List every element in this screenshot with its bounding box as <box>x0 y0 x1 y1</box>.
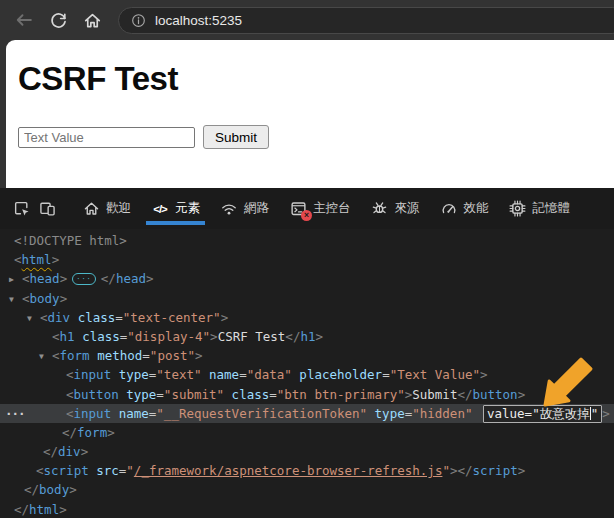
code-token: class <box>78 310 116 325</box>
code-token: "submit" <box>164 387 224 402</box>
code-token: > <box>518 463 526 478</box>
home-button[interactable] <box>78 6 106 34</box>
code-token <box>75 329 83 344</box>
code-token: > <box>60 271 68 286</box>
code-token: < <box>14 252 22 267</box>
collapse-arrow-icon[interactable]: ▼ <box>39 347 52 366</box>
code-line-selected[interactable]: ···<input name="__RequestVerificationTok… <box>0 404 614 423</box>
devtools-tab[interactable]: ×主控台 <box>279 188 361 229</box>
code-token: type <box>375 406 405 421</box>
code-token: "__RequestVerificationToken" <box>156 406 367 421</box>
collapse-arrow-icon[interactable]: ▼ <box>9 290 22 309</box>
devtools-panel: 歡迎</>元素網路×主控台來源效能記憶體 <!DOCTYPE html><htm… <box>0 188 614 518</box>
devtools-tab[interactable]: </>元素 <box>141 188 210 229</box>
tab-label: 來源 <box>395 200 420 217</box>
code-token: > <box>195 348 203 363</box>
submit-button[interactable]: Submit <box>203 125 269 149</box>
code-token: button <box>472 387 517 402</box>
code-line[interactable]: <html> <box>0 250 614 269</box>
back-arrow-icon <box>14 10 34 30</box>
code-token <box>202 367 210 382</box>
code-token: "data" <box>247 367 292 382</box>
code-token: < <box>66 406 74 421</box>
console-icon: × <box>289 200 307 217</box>
address-bar[interactable]: localhost:5235 <box>118 7 614 34</box>
code-token: > <box>59 502 67 517</box>
tab-label: 網路 <box>244 200 269 217</box>
refresh-icon <box>49 11 68 30</box>
attribute-edit-box[interactable]: value="故意改掉" <box>483 405 602 423</box>
collapsed-content-icon: ··· <box>72 273 96 285</box>
browser-toolbar: localhost:5235 <box>0 0 614 40</box>
site-info-icon[interactable] <box>131 13 146 28</box>
code-token: </ <box>101 271 116 286</box>
code-token <box>111 367 119 382</box>
code-token: type <box>126 387 156 402</box>
code-token: button <box>74 387 119 402</box>
code-line[interactable]: </body> <box>0 480 614 499</box>
code-token: > <box>146 271 154 286</box>
code-token: Submit <box>412 387 457 402</box>
code-token: > <box>107 425 115 440</box>
page-title: CSRF Test <box>18 61 602 97</box>
devtools-tab[interactable]: 網路 <box>210 188 279 229</box>
code-token: > <box>69 482 77 497</box>
code-token: form <box>60 348 90 363</box>
code-token: "text-center" <box>123 310 221 325</box>
code-token: <!DOCTYPE html> <box>14 233 127 248</box>
devtools-tab[interactable]: 來源 <box>361 188 430 229</box>
code-token: = <box>156 387 164 402</box>
code-line[interactable]: ▼<div class="text-center"> <box>0 308 614 327</box>
code-line[interactable]: ▼<body> <box>0 289 614 308</box>
code-token: = <box>142 348 150 363</box>
code-line[interactable]: ▼<form method="post"> <box>0 346 614 365</box>
code-token: < <box>66 387 74 402</box>
back-button[interactable] <box>10 6 38 34</box>
code-token: div <box>48 310 71 325</box>
chip-icon <box>509 200 527 217</box>
code-line[interactable]: </div> <box>0 442 614 461</box>
expand-arrow-icon[interactable]: ▶ <box>9 270 22 289</box>
code-line[interactable]: <input type="text" name="data" placehold… <box>0 365 614 384</box>
code-token: div <box>58 444 81 459</box>
code-token: < <box>22 291 30 306</box>
code-token: "hidden" <box>412 406 472 421</box>
code-line[interactable]: <h1 class="display-4">CSRF Test</h1> <box>0 327 614 346</box>
data-text-input[interactable] <box>18 127 195 148</box>
code-token: > <box>60 291 68 306</box>
code-token: head <box>30 271 60 286</box>
devtools-tab[interactable]: 歡迎 <box>72 188 141 229</box>
code-token: name <box>119 406 149 421</box>
code-token: </ <box>285 329 300 344</box>
code-token: class <box>82 329 120 344</box>
devtools-tab[interactable]: 效能 <box>430 188 499 229</box>
code-line[interactable]: <!DOCTYPE html> <box>0 231 614 250</box>
code-token: < <box>22 271 30 286</box>
url-text[interactable]: localhost:5235 <box>155 13 242 28</box>
code-token: < <box>36 463 44 478</box>
code-token: input <box>74 406 112 421</box>
code-line[interactable]: <button type="submit" class="btn btn-pri… <box>0 385 614 404</box>
inspect-element-icon[interactable] <box>8 196 34 222</box>
error-count-badge: × <box>301 210 312 221</box>
code-token: "display-4" <box>127 329 210 344</box>
code-line[interactable]: </html> <box>0 500 614 518</box>
code-line[interactable]: </form> <box>0 423 614 442</box>
collapse-arrow-icon[interactable]: ▼ <box>27 309 40 328</box>
tab-label: 歡迎 <box>106 200 131 217</box>
devtools-tabs: 歡迎</>元素網路×主控台來源效能記憶體 <box>72 188 610 229</box>
code-line[interactable]: <script src="/_framework/aspnetcore-brow… <box>0 461 614 480</box>
web-page: CSRF Test Submit <box>6 40 614 188</box>
code-line[interactable]: ▶<head>···</head> <box>0 269 614 288</box>
code-token: script <box>44 463 89 478</box>
devtools-tab[interactable]: 記憶體 <box>499 188 581 229</box>
code-token: " <box>442 463 450 478</box>
device-emulation-icon[interactable] <box>34 196 60 222</box>
edit-box-text: " <box>591 406 599 421</box>
code-token: /_framework/aspnetcore-browser-refresh.j… <box>134 463 443 478</box>
code-token: > <box>602 406 610 421</box>
row-menu-dots-icon[interactable]: ··· <box>5 404 25 423</box>
refresh-button[interactable] <box>44 6 72 34</box>
code-token: = <box>239 367 247 382</box>
code-token: class <box>232 387 270 402</box>
